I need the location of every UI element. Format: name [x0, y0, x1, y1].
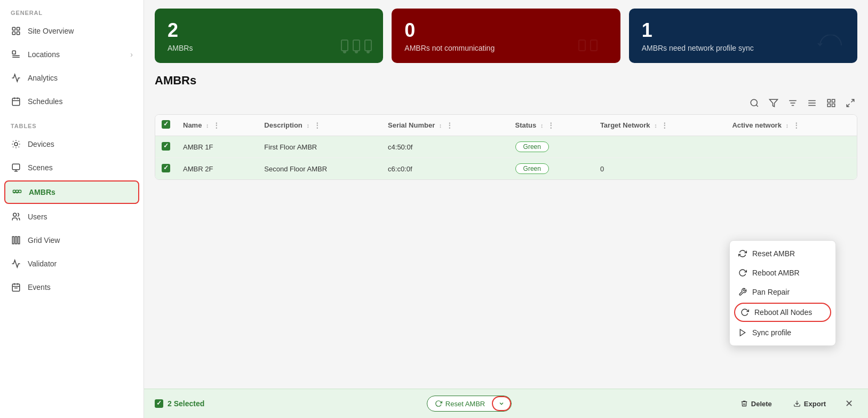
close-bottom-bar-button[interactable]: ✕ [841, 396, 857, 412]
col-target-actions: ⋮ [661, 121, 668, 129]
row1-description: First Floor AMBR [258, 136, 381, 158]
not-communicating-count: 0 [404, 19, 607, 42]
not-comm-bg-icon [578, 35, 610, 58]
col-status: Status ↕ ⋮ [509, 115, 594, 136]
content-area: AMBRs [144, 63, 868, 389]
svg-rect-39 [365, 40, 371, 51]
sort-status-icon[interactable]: ↕ [540, 122, 544, 129]
svg-marker-47 [770, 99, 778, 107]
reboot-ambr-label: Reboot AMBR [752, 269, 800, 277]
grid-icon [11, 26, 21, 36]
analytics-icon [11, 73, 21, 83]
column-filter-icon[interactable] [786, 96, 800, 110]
ambrs-bg-icon [340, 35, 372, 58]
reset-ambr-button-group: Reset AMBR [427, 396, 512, 412]
svg-point-41 [355, 51, 357, 53]
svg-rect-0 [12, 27, 15, 30]
sidebar-item-label: Locations [28, 50, 60, 59]
chevron-right-icon: › [130, 50, 133, 59]
fullscreen-icon[interactable] [843, 96, 857, 110]
table-toolbar [155, 96, 857, 110]
col-description: Description ↕ ⋮ [258, 115, 381, 136]
row1-checkbox[interactable] [162, 142, 170, 151]
sidebar-item-validator[interactable]: Validator [0, 252, 144, 275]
col-active-actions: ⋮ [793, 121, 800, 129]
dropdown-item-reboot-ambr[interactable]: Reboot AMBR [730, 263, 835, 282]
select-all-checkbox[interactable] [162, 120, 170, 129]
tables-section-label: TABLES [0, 113, 144, 132]
wrench-icon [738, 288, 747, 296]
export-icon [793, 400, 801, 407]
ambrs-count: 2 [168, 19, 370, 42]
dropdown-item-sync-profile[interactable]: Sync profile [730, 323, 835, 342]
sort-active-icon[interactable]: ↕ [786, 122, 789, 129]
dropdown-item-reset-ambr[interactable]: Reset AMBR [730, 244, 835, 263]
validator-icon [11, 258, 21, 269]
sort-name-icon[interactable]: ↕ [206, 122, 209, 129]
sidebar-item-events[interactable]: Events [0, 275, 144, 299]
sort-target-icon[interactable]: ↕ [654, 122, 657, 129]
svg-rect-55 [832, 99, 835, 102]
selected-count: 2 Selected [155, 399, 204, 408]
sidebar-item-grid-view[interactable]: Grid View [0, 228, 144, 252]
svg-line-58 [851, 99, 854, 102]
svg-rect-20 [12, 164, 20, 170]
col-name-actions: ⋮ [213, 121, 220, 129]
svg-point-40 [344, 51, 346, 53]
svg-rect-2 [12, 32, 15, 35]
reset-ambr-dropdown-button[interactable] [492, 396, 511, 411]
svg-rect-30 [15, 236, 17, 244]
svg-rect-7 [12, 98, 20, 106]
col-target-network: Target Network ↕ ⋮ [594, 115, 726, 136]
dropdown-item-pan-repair[interactable]: Pan Repair [730, 282, 835, 302]
bulb-icon [11, 139, 21, 149]
table-row: AMBR 2F Second Floor AMBR c6:c0:0f Green… [155, 158, 857, 180]
reboot-all-icon [740, 308, 749, 317]
list-view-icon[interactable] [805, 96, 819, 110]
sidebar-item-analytics[interactable]: Analytics [0, 66, 144, 90]
sidebar-item-site-overview[interactable]: Site Overview [0, 19, 144, 43]
row2-name: AMBR 2F [177, 158, 258, 180]
sort-serial-icon[interactable]: ↕ [439, 122, 442, 129]
svg-line-59 [847, 104, 849, 107]
sidebar-item-users[interactable]: Users [0, 205, 144, 228]
svg-line-14 [13, 141, 13, 141]
reset-icon [738, 249, 747, 258]
export-button[interactable]: Export [787, 397, 832, 411]
bottom-checkbox[interactable] [155, 399, 163, 408]
stat-card-need-sync: 1 AMBRs need network profile sync [629, 9, 857, 63]
delete-button[interactable]: Delete [734, 397, 778, 411]
sidebar-item-label: AMBRs [29, 188, 55, 196]
gridview-icon [11, 235, 21, 246]
row2-target-network: 0 [594, 158, 726, 180]
svg-point-27 [17, 192, 18, 193]
svg-rect-57 [832, 104, 835, 107]
general-section-label: GENERAL [0, 0, 144, 19]
sidebar-item-label: Site Overview [28, 27, 74, 35]
sidebar-item-label: Schedules [28, 97, 62, 106]
stat-card-ambrs: 2 AMBRs [155, 9, 383, 63]
svg-point-26 [14, 192, 15, 193]
filter-icon[interactable] [767, 96, 781, 110]
reboot-icon [738, 269, 747, 277]
sidebar-item-ambrs[interactable]: AMBRs [4, 180, 139, 204]
svg-rect-4 [12, 51, 15, 54]
sidebar-item-schedules[interactable]: Schedules [0, 90, 144, 113]
svg-rect-31 [18, 236, 20, 244]
search-icon[interactable] [747, 96, 761, 110]
reboot-all-nodes-label: Reboot All Nodes [754, 308, 812, 317]
row1-active-network [726, 136, 857, 158]
dropdown-item-reboot-all-nodes[interactable]: Reboot All Nodes [734, 303, 831, 322]
sort-desc-icon[interactable]: ↕ [306, 122, 309, 129]
sidebar-item-locations[interactable]: Locations › [0, 43, 144, 66]
grid-view-icon[interactable] [824, 96, 838, 110]
row1-name: AMBR 1F [177, 136, 258, 158]
sync-profile-label: Sync profile [752, 328, 791, 337]
svg-rect-43 [579, 40, 585, 51]
col-serial: Serial Number ↕ ⋮ [381, 115, 509, 136]
sidebar-item-scenes[interactable]: Scenes [0, 156, 144, 179]
sidebar-item-devices[interactable]: Devices [0, 132, 144, 156]
reset-ambr-main-button[interactable]: Reset AMBR [427, 397, 492, 411]
sidebar-item-label: Analytics [28, 74, 58, 82]
row2-checkbox[interactable] [162, 164, 170, 172]
